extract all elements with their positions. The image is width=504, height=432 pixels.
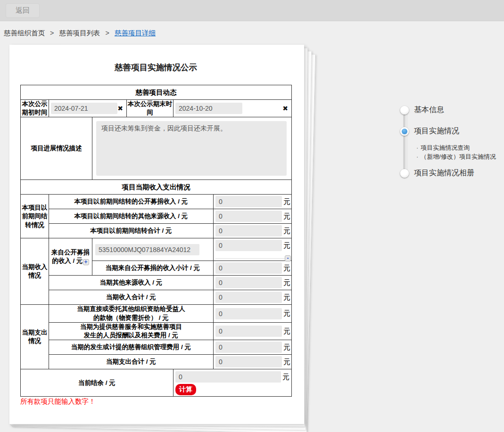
fundraising-amount-input[interactable]: 0 — [215, 240, 282, 251]
income-total-input[interactable]: 0 — [215, 292, 282, 303]
balance-label: 当前结余 / 元 — [21, 369, 174, 397]
clear-date-icon[interactable]: ✖ — [117, 105, 123, 112]
calculate-button[interactable]: 计算 — [175, 384, 196, 395]
form-card: 慈善项目实施情况公示 慈善项目动态 本次公示期初时间 2024-07-21 ✖ … — [9, 45, 304, 424]
balance-input[interactable]: 0 — [175, 371, 281, 383]
unit-label: 元 — [283, 197, 290, 206]
minus-row: - — [215, 254, 291, 259]
step-label-photo-album[interactable]: 项目实施情况相册 — [414, 168, 474, 178]
fundraising-code-input[interactable]: 53510000MJQ071884YA24012 — [95, 244, 199, 255]
row-label: 当期其他来源收入 / 元 — [49, 276, 214, 290]
unit-label: 元 — [283, 212, 290, 221]
numeric-only-warning: 所有款项只能输入数字！ — [20, 397, 96, 406]
unit-label: 元 — [282, 373, 289, 382]
step-nav: 基本信息 项目实施情况 ·项目实施情况查询 ·（新增/修改）项目实施情况 项目实… — [398, 103, 504, 183]
unit-label: 元 — [283, 309, 290, 318]
period-end-label: 本次公示期末时间 — [127, 100, 174, 117]
unit-label: 元 — [283, 343, 290, 352]
group-label-carryover: 本项目以前期间结转情况 — [21, 195, 49, 238]
row-label: 当期支出合计 / 元 — [49, 355, 214, 369]
progress-desc-label: 项目进展情况描述 — [21, 117, 92, 180]
expense-admin-input[interactable]: 0 — [215, 342, 282, 353]
unit-label: 元 — [283, 227, 290, 236]
section-header-dynamics: 慈善项目动态 — [21, 85, 292, 100]
group-label-expense: 当期支出情况 — [21, 305, 49, 369]
breadcrumb-list[interactable]: 慈善项目列表 — [59, 29, 100, 37]
unit-label: 元 — [283, 241, 290, 250]
income-subtotal-input[interactable]: 0 — [215, 262, 282, 274]
substep-label[interactable]: （新增/修改）项目实施情况 — [421, 153, 496, 160]
income-other-input[interactable]: 0 — [215, 277, 282, 288]
row-label: 当期直接或委托其他组织资助给受益人 的款物（物资需折价） / 元 — [49, 305, 214, 322]
period-start-label: 本次公示期初时间 — [21, 100, 49, 117]
step-circle-active-icon[interactable] — [400, 127, 409, 136]
row-label: 当期收入合计 / 元 — [49, 290, 214, 305]
carryover-total-input[interactable]: 0 — [215, 225, 282, 236]
add-row-button[interactable]: + — [83, 259, 89, 265]
bullet-icon: · — [416, 153, 418, 160]
substep-implementation-query[interactable]: ·项目实施情况查询 — [416, 144, 470, 152]
step-label-basic-info[interactable]: 基本信息 — [414, 105, 444, 115]
unit-label: 元 — [283, 327, 290, 336]
progress-desc-textarea[interactable]: 项目还未筹集到资金，因此项目还未开展。 — [96, 121, 287, 176]
breadcrumb-detail[interactable]: 慈善项目详细 — [115, 29, 156, 37]
substep-implementation-edit[interactable]: ·（新增/修改）项目实施情况 — [416, 153, 496, 161]
unit-label: 元 — [283, 278, 290, 287]
back-button[interactable]: 返回 — [6, 3, 40, 18]
unit-label: 元 — [283, 293, 290, 302]
row-label: 当期来自公开募捐的收入小计 / 元 — [92, 261, 214, 276]
carryover-other-input[interactable]: 0 — [215, 211, 282, 222]
row-label: 当期的发生或计提的慈善组织管理费用 / 元 — [49, 340, 214, 355]
expense-payroll-input[interactable]: 0 — [215, 326, 282, 337]
step-basic-info[interactable]: 基本信息 — [400, 105, 444, 115]
breadcrumb-separator: > — [106, 29, 109, 37]
expense-grant-input[interactable]: 0 — [215, 308, 282, 319]
breadcrumb-separator: > — [50, 29, 54, 37]
row-label: 本项目以前期间结转合计 / 元 — [49, 224, 214, 238]
substep-label[interactable]: 项目实施情况查询 — [421, 144, 470, 151]
step-circle-icon[interactable] — [400, 106, 409, 114]
period-start-input[interactable]: 2024-07-21 — [51, 103, 117, 114]
step-label-implementation[interactable]: 项目实施情况 — [414, 126, 459, 136]
step-implementation[interactable]: 项目实施情况 — [400, 126, 459, 136]
period-end-input[interactable]: 2024-10-20 — [175, 103, 242, 114]
carryover-public-input[interactable]: 0 — [215, 196, 282, 207]
page-title: 慈善项目实施情况公示 — [20, 62, 291, 73]
top-bar: 返回 — [0, 0, 504, 21]
bullet-icon: · — [416, 144, 418, 151]
row-label: 本项目以前期间结转的公开募捐收入 / 元 — [49, 195, 214, 209]
step-track — [404, 109, 407, 172]
unit-label: 元 — [283, 264, 290, 273]
row-label: 当期为提供慈善服务和实施慈善项目 发生的人员报酬以及相关费用 / 元 — [49, 322, 214, 340]
expense-total-input[interactable]: 0 — [215, 356, 282, 367]
clear-date-icon[interactable]: ✖ — [282, 105, 288, 112]
section-header-finance: 项目当期收入支出情况 — [21, 180, 292, 195]
breadcrumb-home[interactable]: 慈善组织首页 — [4, 29, 45, 37]
charity-form-table: 慈善项目动态 本次公示期初时间 2024-07-21 ✖ 本次公示期末时间 20… — [20, 85, 292, 397]
step-circle-icon[interactable] — [400, 169, 409, 178]
public-income-label: 来自公开募捐的收入 / 元+ — [49, 238, 92, 276]
group-label-income: 当期收入情况 — [21, 238, 49, 305]
row-label: 本项目以前期间结转的其他来源收入 / 元 — [49, 209, 214, 224]
unit-label: 元 — [283, 358, 290, 367]
remove-row-button[interactable]: - — [285, 255, 291, 261]
breadcrumb: 慈善组织首页 > 慈善项目列表 > 慈善项目详细 — [4, 29, 156, 38]
step-photo-album[interactable]: 项目实施情况相册 — [400, 168, 474, 178]
